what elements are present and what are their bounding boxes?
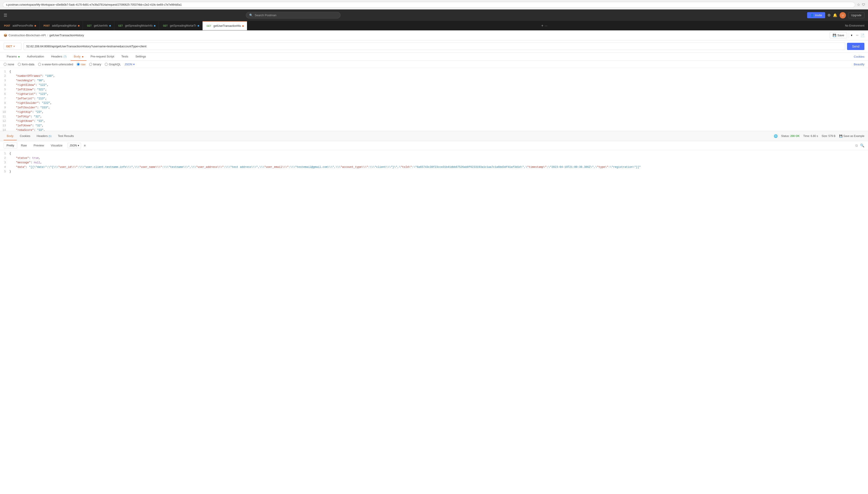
- tab-add-button[interactable]: + ···: [539, 24, 550, 28]
- tab-getSpreadingMortarTr[interactable]: GET getSpreadingMortarTr: [159, 21, 203, 30]
- tab-label: getSpreadingMotarInfo: [125, 24, 153, 27]
- code-line: 5 "leftElbow": "322",: [0, 88, 868, 92]
- filter-icon[interactable]: ≡: [84, 144, 86, 147]
- tab-prerequest[interactable]: Pre-request Script: [88, 53, 117, 61]
- browser-bar: s.postman.co/workspace/My-Workspace~d3e8…: [0, 0, 868, 10]
- code-line: 10 "rightHip": "23",: [0, 110, 868, 115]
- tab-getUserInfo[interactable]: GET getUserInfo: [83, 21, 114, 30]
- bell-icon[interactable]: 🔔: [833, 13, 837, 17]
- collection-icon: 📦: [4, 34, 7, 37]
- tab-label: getUserInfo: [94, 24, 108, 27]
- request-tabs: Params Authorization Headers (7) Body Pr…: [0, 53, 868, 61]
- save-label: Save: [837, 34, 844, 37]
- body-dot: [82, 56, 83, 57]
- search-bar[interactable]: 🔍 Search Postman: [246, 12, 340, 18]
- tab-getSpreadingMotarInfo[interactable]: GET getSpreadingMotarInfo: [114, 21, 159, 30]
- tab-headers[interactable]: Headers (7): [48, 53, 70, 61]
- breadcrumb-endpoint: getUserTransactionHistory: [49, 34, 84, 37]
- breadcrumb-collection[interactable]: Construction-Blockchain-API: [8, 34, 46, 37]
- browser-url[interactable]: s.postman.co/workspace/My-Workspace~d3e8…: [3, 2, 855, 8]
- code-line: 7 "leftwrist": "213",: [0, 97, 868, 101]
- resp-tab-headers[interactable]: Headers (5): [34, 132, 55, 140]
- request-body-editor[interactable]: 1{2 "numberOfFrames": "100",3 "neckAngle…: [0, 68, 868, 131]
- save-button[interactable]: 💾 Save: [830, 32, 847, 38]
- body-type-graphql[interactable]: GraphQL: [105, 63, 121, 66]
- resp-tab-cookies[interactable]: Cookies: [17, 132, 34, 140]
- send-button[interactable]: Send: [847, 43, 864, 50]
- tab-dot: [109, 25, 111, 26]
- code-line: 14 "rebaScore": "33",: [0, 128, 868, 131]
- tab-authorization[interactable]: Authorization: [24, 53, 47, 61]
- resp-code-line: 5}: [0, 170, 868, 174]
- tab-addSpreadingMortar[interactable]: POST addSpreadingMortar: [39, 21, 83, 30]
- settings-icon[interactable]: ⚙: [827, 13, 831, 17]
- tab-body[interactable]: Body: [71, 53, 87, 61]
- json-chevron-icon: ▾: [133, 63, 135, 66]
- avatar-icon[interactable]: U: [839, 12, 846, 18]
- resp-format-preview[interactable]: Preview: [31, 142, 47, 149]
- menu-icon[interactable]: ☰: [4, 13, 7, 18]
- tab-tests[interactable]: Tests: [118, 53, 131, 61]
- resp-format-pretty[interactable]: Pretty: [4, 142, 17, 149]
- beautify-button[interactable]: Beautify: [854, 63, 864, 66]
- status-value: 200 OK: [790, 134, 799, 138]
- method-label: GET: [6, 44, 12, 48]
- resp-tab-body[interactable]: Body: [4, 132, 17, 140]
- url-input[interactable]: [23, 42, 845, 50]
- resp-format-visualize[interactable]: Visualize: [48, 142, 65, 149]
- code-line: 8 "rightSoulder": "222",: [0, 101, 868, 106]
- body-type-binary[interactable]: binary: [89, 63, 101, 66]
- globe-icon: 🌐: [774, 134, 778, 138]
- copy-icon[interactable]: ⧉: [855, 144, 858, 148]
- doc-icon[interactable]: 📄: [861, 34, 864, 37]
- tab-params[interactable]: Params: [4, 53, 23, 61]
- resp-code-line: 3 "message": null,: [0, 161, 868, 165]
- size-label: Size: 579 B: [822, 134, 835, 138]
- body-type-none[interactable]: none: [4, 63, 14, 66]
- tab-settings[interactable]: Settings: [132, 53, 149, 61]
- search-response-icon[interactable]: 🔍: [860, 144, 864, 148]
- body-type-formdata[interactable]: form-data: [18, 63, 35, 66]
- shield-icon: 🛡: [862, 3, 865, 6]
- code-line: 1{: [0, 70, 868, 74]
- resp-tab-test-results[interactable]: Test Results: [55, 132, 77, 140]
- body-type-raw[interactable]: raw: [77, 63, 86, 66]
- tab-addPersonProfile[interactable]: POST addPersonProfile: [0, 21, 39, 30]
- tab-dot: [78, 25, 79, 26]
- upgrade-button[interactable]: Upgrade: [848, 13, 864, 18]
- more-tabs-icon: ···: [545, 24, 547, 27]
- code-line: 13 "leftKnee": "32",: [0, 124, 868, 128]
- code-line: 3 "neckAngle": "90",: [0, 79, 868, 83]
- resp-json-selector[interactable]: JSON ▾: [68, 143, 81, 148]
- body-type-urlencoded[interactable]: x-www-form-urlencoded: [38, 63, 73, 66]
- response-status-bar: 🌐 Status: 200 OK Time: 6.80 s Size: 579 …: [774, 134, 864, 138]
- save-icon: 💾: [833, 34, 836, 37]
- save-example-button[interactable]: 💾 Save as Example: [839, 134, 864, 138]
- method-selector[interactable]: GET ▾: [4, 43, 22, 50]
- json-format-selector[interactable]: JSON ▾: [125, 63, 135, 66]
- body-type-bar: none form-data x-www-form-urlencoded raw…: [0, 61, 868, 68]
- resp-code-line: 1{: [0, 152, 868, 156]
- invite-button[interactable]: 👤 Invite: [807, 12, 825, 18]
- save-caret-button[interactable]: ▾: [849, 33, 854, 38]
- method-badge: GET: [86, 24, 93, 27]
- edit-icon[interactable]: ✏: [856, 34, 859, 37]
- method-badge: GET: [117, 24, 124, 27]
- breadcrumb-actions: 💾 Save ▾ ✏ 📄: [830, 32, 864, 38]
- cookies-link[interactable]: Cookies: [854, 55, 864, 58]
- method-badge: GET: [206, 24, 212, 27]
- code-line: 12 "rightKnee": "33",: [0, 119, 868, 124]
- status-label: Status: 200 OK: [781, 134, 800, 138]
- bookmark-icon[interactable]: ☆: [857, 2, 860, 7]
- code-line: 6 "rightwrist": "123",: [0, 92, 868, 97]
- method-badge: POST: [3, 24, 11, 27]
- tab-getUserTransactionHis[interactable]: GET getUserTransactionHis: [203, 21, 247, 30]
- resp-format-raw[interactable]: Raw: [18, 142, 30, 149]
- response-header: Body Cookies Headers (5) Test Results 🌐 …: [0, 131, 868, 141]
- time-label: Time: 6.80 s: [803, 134, 818, 138]
- method-badge: POST: [43, 24, 51, 27]
- code-line: 2 "numberOfFrames": "100",: [0, 74, 868, 79]
- no-environment[interactable]: No Environment: [842, 24, 868, 27]
- resp-json-chevron-icon: ▾: [78, 144, 79, 147]
- response-actions: ⧉ 🔍: [855, 144, 864, 148]
